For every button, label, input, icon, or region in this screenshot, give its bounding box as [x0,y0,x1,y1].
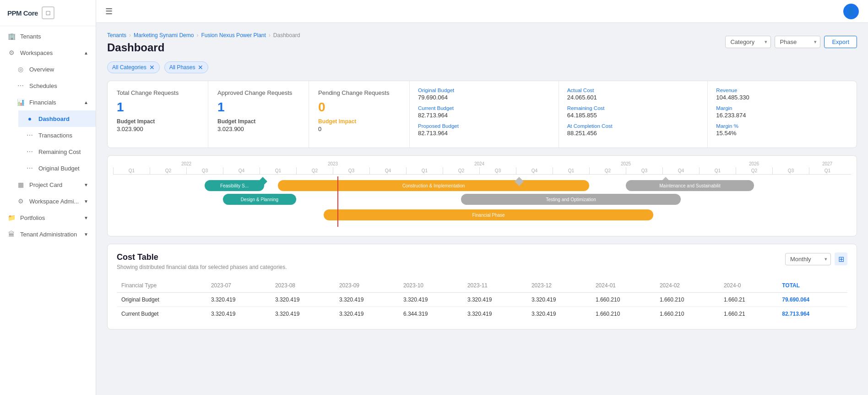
sidebar-item-project-card[interactable]: ▦ Project Card ▼ [9,176,96,193]
gantt-q2-2023: Q2 [296,167,333,174]
hamburger-icon[interactable]: ☰ [105,6,113,16]
sidebar-item-workspaces[interactable]: ⚙ Workspaces ▲ [0,44,96,61]
gantt-bar-maintenance[interactable]: Maintenance and Sustainabilit [626,180,754,191]
metrics-section: Original Budget 79.690.064 Current Budge… [410,81,857,148]
dashboard-label: Dashboard [38,115,88,122]
remaining-cost-label: Remaining Cost [38,148,88,155]
gantt-year-2025: 2025 Q1 Q2 Q3 Q4 [553,161,699,174]
gantt-bar-construction[interactable]: Construction & Implementation [278,180,589,191]
row-original-budget-2024-02: 1.660.210 [655,293,719,307]
pending-cr-number: 0 [318,100,400,115]
overview-icon: ◎ [16,65,25,73]
sidebar-item-transactions[interactable]: ⋯ Transactions [18,127,96,143]
metric-original-budget-label[interactable]: Original Budget [418,88,550,93]
breadcrumb-tenants[interactable]: Tenants [107,32,126,38]
gantt-year-2023: 2023 Q1 Q2 Q3 Q4 [260,161,406,174]
sidebar: PPM Core □ 🏢 Tenants ⚙ Workspaces ▲ ◎ Ov… [0,0,96,395]
transactions-label: Transactions [38,132,88,139]
sidebar-item-dashboard[interactable]: ● Dashboard [18,110,96,127]
gantt-q4-2024: Q4 [516,167,553,174]
cost-table-header-row: Financial Type 2023-07 2023-08 2023-09 2… [117,279,847,293]
breadcrumb-project[interactable]: Fusion Nexus Power Plant [201,32,266,38]
sidebar-item-workspace-admin[interactable]: ⚙ Workspace Admi... ▼ [9,193,96,209]
schedules-label: Schedules [29,82,88,89]
total-change-requests-card: Total Change Requests 1 Budget Impact 3.… [108,81,208,148]
gantt-year-label-2027: 2027 [809,161,846,167]
gantt-q3-2026: Q3 [772,167,809,174]
row-original-budget-2024-01: 1.660.210 [591,293,655,307]
cost-table: Financial Type 2023-07 2023-08 2023-09 2… [117,279,847,321]
all-categories-close-icon[interactable]: ✕ [149,64,155,71]
row-current-budget-2024-02: 1.660.210 [655,307,719,321]
phase-filter[interactable]: Phase [775,36,820,48]
metric-proposed-budget-label[interactable]: Proposed Budget [418,123,550,129]
gantt-timeline-header: 2022 Q1 Q2 Q3 Q4 2023 [113,161,851,227]
gantt-year-2024: 2024 Q1 Q2 Q3 Q4 [406,161,553,174]
gantt-bar-testing[interactable]: Testing and Optimization [461,194,681,205]
col-financial-type: Financial Type [117,279,206,293]
gantt-q1-2022: Q1 [113,167,150,174]
workspaces-chevron: ▲ [84,50,88,55]
gantt-axis: 2022 Q1 Q2 Q3 Q4 2023 [113,161,851,175]
sidebar-item-portfolios[interactable]: 📁 Portfolios ▼ [0,209,96,226]
metric-remaining-cost-label[interactable]: Remaining Cost [567,105,700,111]
all-categories-chip[interactable]: All Categories ✕ [107,61,160,73]
gantt-q3-2024: Q3 [479,167,516,174]
export-button[interactable]: Export [824,36,857,48]
sidebar-item-tenant-admin[interactable]: 🏛 Tenant Administration ▼ [0,226,96,242]
row-current-budget-2023-08: 3.320.419 [271,307,335,321]
metric-margin-pct-label[interactable]: Margin % [716,123,848,129]
user-avatar[interactable]: 👤 [843,4,859,19]
gantt-year-2026: 2026 Q1 Q2 Q3 [699,161,809,174]
row-current-budget-2024-01: 1.660.210 [591,307,655,321]
sidebar-item-tenants[interactable]: 🏢 Tenants [0,28,96,44]
sidebar-item-overview[interactable]: ◎ Overview [9,61,96,77]
gantt-bar-design[interactable]: Design & Planning [223,194,296,205]
grid-view-icon[interactable]: ⊞ [835,252,847,265]
metric-at-completion-cost-label[interactable]: At Completion Cost [567,123,700,129]
sidebar-item-original-budget[interactable]: ⋯ Original Budget [18,160,96,176]
sidebar-item-remaining-cost[interactable]: ⋯ Remaining Cost [18,143,96,160]
period-filter[interactable]: Monthly Quarterly Yearly [785,253,831,265]
gantt-q1-2026: Q1 [699,167,736,174]
gantt-q2-2022: Q2 [150,167,186,174]
breadcrumb-workspace[interactable]: Marketing Synami Demo [134,32,194,38]
metric-revenue-value: 104.485.330 [716,94,848,101]
original-budget-label: Original Budget [38,165,88,172]
approved-cr-title: Approved Change Requests [217,89,299,96]
financials-chevron: ▲ [84,100,88,105]
approved-cr-number: 1 [217,100,299,115]
row-current-budget-2023-11: 3.320.419 [463,307,527,321]
col-2023-10: 2023-10 [399,279,463,293]
metric-margin-value: 16.233.874 [716,112,848,119]
tenant-admin-label: Tenant Administration [20,231,77,238]
col-2024-01: 2024-01 [591,279,655,293]
all-phases-label: All Phases [169,64,195,71]
all-phases-close-icon[interactable]: ✕ [198,64,203,71]
sidebar-item-financials[interactable]: 📊 Financials ▲ [9,94,96,110]
metric-revenue-label[interactable]: Revenue [716,88,848,93]
row-original-budget-type: Original Budget [117,293,206,307]
sidebar-logo: PPM Core □ [0,0,96,26]
metric-remaining-cost-value: 64.185.855 [567,112,700,119]
metric-actual-cost-label[interactable]: Actual Cost [567,88,700,93]
topbar: ☰ 👤 [96,0,868,23]
logo-icon: □ [42,6,54,19]
category-filter[interactable]: Category [725,36,771,48]
gantt-bar-feasibility[interactable]: Feasibility S... [205,180,264,191]
row-current-budget-2023-12: 3.320.419 [527,307,591,321]
dashboard-icon: ● [26,115,34,123]
metric-margin-label[interactable]: Margin [716,105,848,111]
gantt-q3-2023: Q3 [333,167,369,174]
approved-change-requests-card: Approved Change Requests 1 Budget Impact… [208,81,309,148]
gantt-scroll[interactable]: 2022 Q1 Q2 Q3 Q4 2023 [108,156,857,236]
all-phases-chip[interactable]: All Phases ✕ [164,61,209,73]
gantt-q3-2022: Q3 [186,167,223,174]
gantt-quarters-2027: Q1 [809,167,846,174]
gantt-bar-financial[interactable]: Financial Phase [324,209,653,220]
metric-actual-cost-value: 24.065.601 [567,94,700,101]
sidebar-item-schedules[interactable]: ⋯ Schedules [9,77,96,94]
metric-actual-cost: Actual Cost 24.065.601 [567,88,700,101]
metric-current-budget-label[interactable]: Current Budget [418,105,550,111]
gantt-year-label-2024: 2024 [406,161,553,167]
